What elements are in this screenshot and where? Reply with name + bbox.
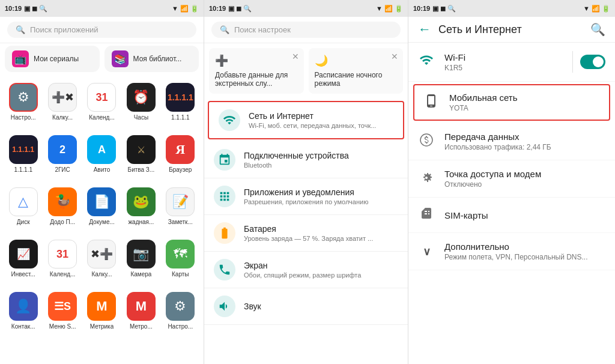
app-1111-label: 1.1.1.1: [14, 166, 32, 173]
settings-item-apps[interactable]: Приложения и уведомления Разрешения, при…: [204, 178, 408, 215]
apps-settings-text: Приложения и уведомления Разрешения, при…: [244, 187, 398, 205]
app-grid-row4: 📈 Инвест... 31 Календ... ✖➕ Калку... 📷 К…: [0, 232, 204, 285]
settings-item-sound[interactable]: Звук: [204, 288, 408, 325]
app-avito[interactable]: А Авито: [83, 132, 120, 177]
network-item-hotspot[interactable]: Точка доступа и модем Отключено: [408, 160, 615, 198]
data-network-title: Передача данных: [444, 132, 605, 142]
app-browser[interactable]: Я Браузер: [162, 132, 199, 177]
zhad-icon: 🐸: [127, 187, 156, 216]
app-disk[interactable]: △ Диск: [5, 184, 41, 229]
sim-network-text: SIM-карты: [444, 210, 605, 220]
invest-icon: 📈: [9, 240, 38, 268]
app-calendar-top[interactable]: 31 Календ...: [83, 79, 120, 124]
app-notes-label: Заметк...: [168, 219, 193, 225]
app-notes[interactable]: 📝 Заметк...: [162, 184, 199, 229]
battery-settings-title: Батарея: [244, 224, 398, 234]
app-battle[interactable]: ⚔ Битва З...: [123, 132, 159, 177]
app-dodo[interactable]: 🦆 Додо П...: [44, 184, 80, 229]
suggestion-cards: ✕ ➕ Добавьте данные для экстренных слу..…: [204, 43, 408, 99]
metrika-icon: М: [87, 292, 116, 321]
network-item-sim[interactable]: SIM-карты: [408, 198, 615, 233]
settings-search-bar[interactable]: 🔍 Поиск настроек: [204, 17, 408, 43]
app-clock[interactable]: ⏰ Часы: [123, 79, 159, 124]
camera-icon: 📷: [127, 240, 156, 268]
1111-top-icon: 1.1.1.1: [166, 83, 195, 112]
app-grid-row2: 1.1.1.1 1.1.1.1 2 2ГИС А Авито ⚔ Битва З…: [0, 128, 204, 180]
suggestion-card-emergency[interactable]: ✕ ➕ Добавьте данные для экстренных слу..…: [209, 48, 304, 94]
app-metrika[interactable]: М Метрика: [83, 288, 120, 333]
app-metro[interactable]: М Метро...: [123, 288, 159, 333]
app-contacts-label: Контак...: [11, 323, 35, 330]
app-search-inner[interactable]: 🔍 Поиск приложений: [7, 22, 196, 38]
close-night-btn[interactable]: ✕: [391, 52, 398, 61]
app-nastro[interactable]: ⚙ Настро...: [162, 288, 199, 333]
browser-icon: Я: [166, 135, 195, 164]
app-battle-label: Битва З...: [128, 166, 155, 173]
night-card-text: Расписание ночного режима: [315, 71, 398, 88]
settings-item-display[interactable]: Экран Обои, спящий режим, размер шрифта: [204, 252, 408, 288]
app-camera[interactable]: 📷 Камера: [123, 236, 159, 281]
docs-icon: 📄: [87, 187, 116, 216]
library-icon: 📚: [112, 50, 129, 67]
time-3: 10:19: [413, 5, 430, 12]
app-contacts[interactable]: 👤 Контак...: [5, 288, 41, 333]
featured-item-library[interactable]: 📚 Моя библиот...: [105, 46, 199, 72]
devices-settings-icon: [214, 149, 235, 171]
wifi-toggle[interactable]: [580, 55, 605, 69]
featured-row: 📺 Мои сериалы 📚 Моя библиот...: [0, 43, 204, 76]
app-calculator[interactable]: ➕✖ Калку...: [44, 79, 80, 124]
clock-icon: ⏰: [127, 83, 156, 112]
network-item-mobile[interactable]: Мобильная сеть YOTA: [413, 84, 610, 121]
app-maps[interactable]: 🗺 Карты: [162, 236, 199, 281]
suggestion-card-night[interactable]: ✕ 🌙 Расписание ночного режима: [309, 48, 404, 94]
featured-item-serials[interactable]: 📺 Мои сериалы: [5, 46, 100, 72]
wifi-network-text: Wi-Fi K1R5: [444, 52, 565, 72]
contacts-icon: 👤: [9, 292, 38, 321]
network-item-data[interactable]: Передача данных Использовано трафика: 2,…: [408, 123, 615, 160]
sound-settings-text: Звук: [244, 302, 398, 311]
app-search-bar[interactable]: 🔍 Поиск приложений: [0, 17, 204, 43]
network-search-button[interactable]: 🔍: [590, 22, 605, 37]
network-settings-subtitle: Wi-Fi, моб. сети, передача данных, точк.…: [249, 122, 393, 129]
app-zhad-label: жадная...: [128, 219, 154, 225]
app-calendar2[interactable]: 31 Календ...: [44, 236, 80, 281]
close-emergency-btn[interactable]: ✕: [292, 52, 299, 61]
display-settings-text: Экран Обои, спящий режим, размер шрифта: [244, 261, 398, 279]
app-calc2[interactable]: ✖➕ Калку...: [83, 236, 120, 281]
app-calc2-label: Калку...: [91, 271, 112, 278]
notes-icon: 📝: [166, 187, 195, 216]
wifi-network-icon: [418, 53, 435, 71]
app-docs-label: Докуме...: [89, 219, 115, 225]
settings-icon: ⚙: [9, 83, 38, 112]
app-1111[interactable]: 1.1.1.1 1.1.1.1: [5, 132, 41, 177]
app-nastro-label: Настро...: [168, 323, 193, 330]
settings-item-devices[interactable]: Подключенные устройства Bluetooth: [204, 142, 408, 178]
calendar-top-icon: 31: [87, 83, 116, 112]
app-zhad[interactable]: 🐸 жадная...: [123, 184, 159, 229]
settings-item-battery[interactable]: Батарея Уровень заряда — 57 %. Заряда хв…: [204, 215, 408, 252]
app-settings[interactable]: ⚙ Настро...: [5, 79, 41, 124]
battery-icon: 🔋: [190, 5, 199, 13]
network-settings-icon: [219, 109, 240, 131]
app-2gis-label: 2ГИС: [55, 166, 70, 173]
app-1111-top[interactable]: 1.1.1.1 1.1.1.1: [162, 79, 199, 124]
settings-item-network[interactable]: Сеть и Интернет Wi-Fi, моб. сети, переда…: [208, 101, 404, 139]
app-docs[interactable]: 📄 Докуме...: [83, 184, 120, 229]
status-time-3: 10:19 ▣ ◼ 🔍: [413, 5, 456, 13]
settings-search-inner[interactable]: 🔍 Поиск настроек: [211, 22, 401, 38]
back-button[interactable]: ←: [418, 22, 431, 37]
calendar2-icon: 31: [48, 240, 77, 268]
settings-search-placeholder: Поиск настроек: [234, 25, 291, 34]
devices-settings-subtitle: Bluetooth: [244, 162, 398, 169]
app-invest[interactable]: 📈 Инвест...: [5, 236, 41, 281]
network-item-advanced[interactable]: ∨ Дополнительно Режим полета, VPN, Персо…: [408, 233, 615, 270]
app-2gis[interactable]: 2 2ГИС: [44, 132, 80, 177]
nastro-icon: ⚙: [166, 292, 195, 321]
app-calculator-label: Калку...: [52, 114, 73, 121]
network-item-wifi[interactable]: Wi-Fi K1R5: [408, 43, 615, 82]
sound-settings-title: Звук: [244, 302, 398, 311]
app-disk-label: Диск: [17, 219, 30, 225]
sim-network-icon: [418, 206, 435, 224]
dodo-icon: 🦆: [48, 187, 77, 216]
app-menu[interactable]: ☰S Меню S...: [44, 288, 80, 333]
